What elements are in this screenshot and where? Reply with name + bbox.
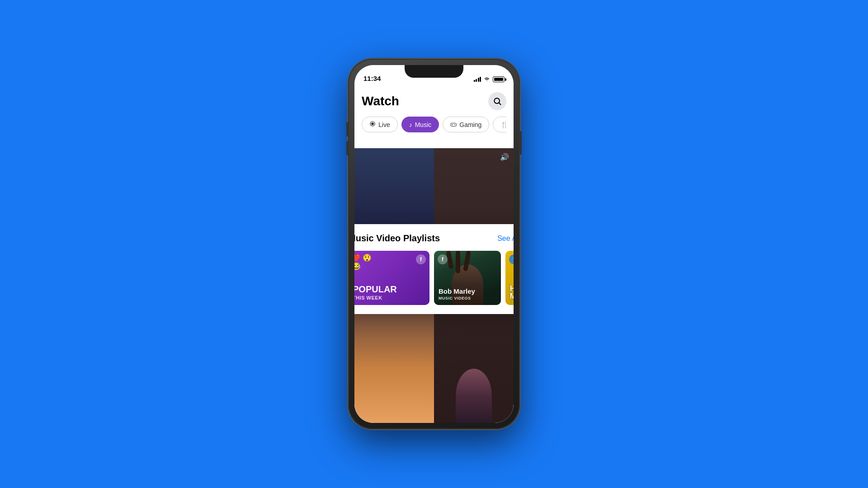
status-icons (474, 76, 505, 82)
svg-point-2 (371, 122, 374, 125)
hiphop-main: HIP HOPMVPs (510, 285, 514, 300)
wifi-icon (483, 77, 491, 82)
bob-main: Bob Marley (439, 288, 475, 296)
tab-music[interactable]: ♪ Music (401, 117, 439, 132)
power-button[interactable] (520, 131, 522, 155)
tab-gaming-label: Gaming (459, 121, 481, 128)
status-time: 11:34 (363, 75, 381, 82)
svg-rect-4 (450, 123, 457, 126)
battery-icon (493, 76, 505, 82)
tab-food[interactable]: 🍴 Food (493, 117, 506, 132)
page-background: 11:34 (0, 0, 868, 488)
app-header: Watch (354, 85, 514, 138)
volume-down-button[interactable] (346, 141, 348, 155)
svg-point-8 (455, 124, 456, 125)
playlist-bob-marley[interactable]: f Bob Marley MUSIC VIDEOS (434, 251, 501, 305)
tab-music-label: Music (415, 121, 432, 128)
app-content: Watch (354, 85, 514, 423)
music-icon: ♪ (409, 121, 412, 128)
facebook-logo-popular: f (416, 254, 426, 264)
filter-tabs: Live ♪ Music (362, 117, 506, 138)
live-icon (369, 121, 376, 128)
phone-screen: 11:34 (354, 65, 514, 423)
facebook-logo-hiphop: f (509, 254, 514, 264)
popular-text: POPULAR THIS WEEK (354, 284, 397, 300)
popular-main: POPULAR (354, 284, 397, 294)
popular-emojis: ❤️ 😲😂 (354, 253, 372, 271)
playlist-popular[interactable]: ❤️ 😲😂 f POPULAR THIS WEEK (354, 251, 429, 305)
phone-device: 11:34 (348, 59, 520, 429)
phone-shell: 11:34 (348, 59, 520, 429)
card-header: Music Video Playlists See All (354, 233, 514, 244)
tab-gaming[interactable]: Gaming (443, 117, 489, 132)
svg-point-7 (454, 124, 455, 125)
popular-sub: THIS WEEK (354, 295, 397, 300)
sound-icon[interactable]: 🔊 (500, 153, 509, 161)
app-title-row: Watch (362, 92, 506, 110)
card-title: Music Video Playlists (354, 233, 440, 244)
signal-icon (474, 77, 481, 82)
playlist-hiphop[interactable]: f HIP HOPMVPs (505, 251, 514, 305)
food-icon: 🍴 (500, 121, 506, 128)
tab-live[interactable]: Live (362, 117, 398, 132)
page-title: Watch (362, 94, 399, 108)
music-playlists-card: Music Video Playlists See All ❤️ 😲😂 f (354, 224, 514, 314)
svg-line-1 (499, 103, 501, 105)
bob-marley-text: Bob Marley MUSIC VIDEOS (439, 288, 475, 301)
bob-sub: MUSIC VIDEOS (439, 296, 475, 300)
tab-live-label: Live (378, 121, 390, 128)
hiphop-text: HIP HOPMVPs (510, 285, 514, 300)
gaming-icon (450, 121, 457, 128)
phone-notch (405, 65, 463, 78)
facebook-logo-bob: f (438, 254, 448, 264)
playlist-row: ❤️ 😲😂 f POPULAR THIS WEEK (354, 251, 514, 305)
volume-up-button[interactable] (346, 122, 348, 136)
see-all-button[interactable]: See All (497, 235, 514, 243)
search-button[interactable] (488, 92, 506, 110)
